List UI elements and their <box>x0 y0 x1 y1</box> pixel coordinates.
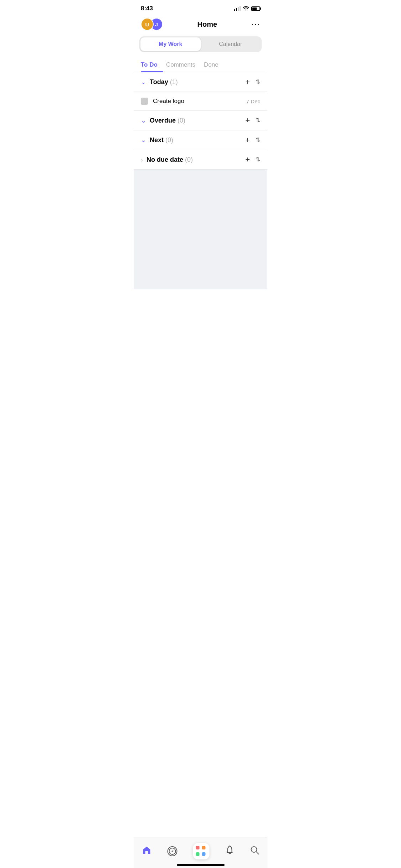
tab-done[interactable]: Done <box>204 58 224 72</box>
next-sort-button[interactable]: ⇅ <box>256 137 260 143</box>
overdue-title: Overdue (0) <box>150 117 245 124</box>
signal-icon <box>234 6 241 11</box>
task-checkbox[interactable] <box>141 98 148 105</box>
status-time: 8:43 <box>141 5 153 12</box>
tab-comments[interactable]: Comments <box>166 58 201 72</box>
no-due-sort-button[interactable]: ⇅ <box>256 157 260 162</box>
tab-todo[interactable]: To Do <box>141 58 163 72</box>
wifi-icon <box>243 6 249 12</box>
no-due-title: No due date (0) <box>146 156 245 164</box>
sub-tabs: To Do Comments Done <box>134 58 267 72</box>
today-actions: + ⇅ <box>245 78 260 86</box>
today-title: Today (1) <box>150 78 245 86</box>
today-chevron-icon[interactable]: ⌄ <box>141 78 146 86</box>
section-overdue-header: ⌄ Overdue (0) + ⇅ <box>134 111 267 130</box>
more-button[interactable]: ··· <box>252 20 260 29</box>
next-chevron-icon[interactable]: ⌄ <box>141 136 146 144</box>
task-name: Create logo <box>153 98 246 105</box>
empty-area <box>134 170 267 289</box>
task-create-logo[interactable]: Create logo 7 Dec <box>134 92 267 111</box>
no-due-chevron-icon[interactable]: › <box>141 156 143 164</box>
content-area: ⌄ Today (1) + ⇅ Create logo 7 Dec ⌄ Over… <box>134 72 267 170</box>
section-today-header: ⌄ Today (1) + ⇅ <box>134 72 267 92</box>
page-title: Home <box>197 20 217 29</box>
section-next-header: ⌄ Next (0) + ⇅ <box>134 130 267 150</box>
header: U J Home ··· <box>134 15 267 35</box>
avatars[interactable]: U J <box>141 18 163 31</box>
overdue-chevron-icon[interactable]: ⌄ <box>141 117 146 124</box>
overdue-add-button[interactable]: + <box>245 117 250 124</box>
segment-my-work[interactable]: My Work <box>140 37 201 51</box>
overdue-actions: + ⇅ <box>245 117 260 124</box>
next-title: Next (0) <box>150 136 245 144</box>
segment-calendar[interactable]: Calendar <box>201 37 261 51</box>
no-due-add-button[interactable]: + <box>245 156 250 164</box>
no-due-actions: + ⇅ <box>245 156 260 164</box>
today-add-button[interactable]: + <box>245 78 250 86</box>
segment-control: My Work Calendar <box>139 36 262 52</box>
overdue-sort-button[interactable]: ⇅ <box>256 118 260 123</box>
status-bar: 8:43 <box>134 0 267 15</box>
next-actions: + ⇅ <box>245 136 260 144</box>
section-no-due-header: › No due date (0) + ⇅ <box>134 150 267 170</box>
task-date: 7 Dec <box>246 98 260 104</box>
next-add-button[interactable]: + <box>245 136 250 144</box>
today-sort-button[interactable]: ⇅ <box>256 79 260 85</box>
battery-icon <box>251 6 260 11</box>
status-icons <box>234 6 260 12</box>
avatar-u[interactable]: U <box>141 18 154 31</box>
